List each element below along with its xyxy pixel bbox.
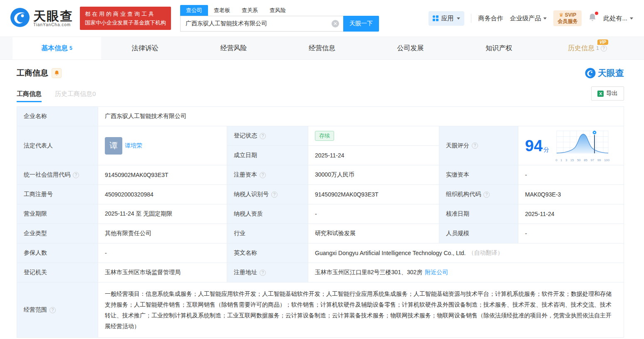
- apps-grid-icon: [433, 15, 438, 21]
- credit-code-value: 91450902MAK0Q93E3T: [98, 165, 227, 184]
- user-name: 此处有...: [603, 15, 627, 22]
- search-tab-relation[interactable]: 查关系: [236, 5, 264, 16]
- tab-intellectual-property[interactable]: 知识产权: [455, 37, 543, 59]
- table-row: 统一社会信用代码 ? 91450902MAK0Q93E3T 注册资本 ? 300…: [17, 165, 624, 185]
- enterprise-products-label: 企业级产品: [510, 15, 541, 22]
- notification-bell[interactable]: [588, 13, 597, 24]
- industry-value: 研究和试验发展: [308, 224, 439, 243]
- svip-line1: ♛ SVIP: [559, 12, 576, 18]
- help-icon[interactable]: ?: [50, 307, 56, 313]
- staff-size-value: -: [518, 224, 624, 243]
- subscribe-bell-button[interactable]: [52, 68, 62, 78]
- tab-history-info[interactable]: VIP 历史信息 1 ?: [543, 37, 632, 59]
- help-icon[interactable]: ?: [483, 192, 490, 198]
- score-value: 94 分: [518, 126, 624, 165]
- table-row: 工商注册号 450902000320984 纳税人识别号 ? 91450902M…: [17, 185, 624, 204]
- taxpayer-qual-label: 纳税人资质: [227, 204, 308, 224]
- english-name-label: 英文名称: [227, 243, 308, 263]
- address-value: 玉林市玉州区江口里82号三楼301、302房 附近公司: [308, 263, 624, 282]
- reg-number-label: 工商注册号: [17, 185, 98, 204]
- search-input[interactable]: [180, 16, 343, 32]
- bell-icon: [54, 70, 59, 76]
- company-name-value: 广西东驭人工智能技术有限公司: [98, 107, 624, 126]
- table-row: 企业名称 广西东驭人工智能技术有限公司: [17, 107, 624, 126]
- score-distribution-chart: 0131550859799100: [555, 129, 610, 162]
- business-term-value: 2025-11-24 至 无固定期限: [98, 204, 227, 224]
- help-icon[interactable]: ?: [260, 133, 266, 139]
- tab-label: 知识产权: [485, 44, 512, 53]
- company-nav-tabs: 基本信息 5 法律诉讼 经营风险 经营信息 公司发展 知识产权 VIP 历史信息…: [0, 37, 644, 60]
- search-tabs: 查公司 查老板 查关系 查风险: [180, 5, 379, 16]
- tianyancha-logo[interactable]: 天眼查 TianYanCha.com: [10, 7, 73, 29]
- search-tab-risk[interactable]: 查风险: [264, 5, 292, 16]
- table-row: 法定代表人 谭 谭培荣 登记状态 ? 存续: [17, 126, 624, 165]
- tab-basic-info[interactable]: 基本信息 5: [12, 37, 101, 59]
- reg-capital-label: 注册资本 ?: [227, 165, 308, 184]
- watermark-text: 天眼查: [598, 67, 624, 79]
- org-code-label: 组织机构代码 ?: [439, 185, 518, 204]
- table-row: 营业期限 2025-11-24 至 无固定期限 纳税人资质 - 核准日期 202…: [17, 204, 624, 224]
- score-axis-ticks: 0131550859799100: [555, 158, 610, 162]
- subtab-history-business-info[interactable]: 历史工商信息0: [55, 90, 96, 102]
- help-icon[interactable]: ?: [260, 172, 266, 178]
- reg-status-label: 登记状态 ?: [227, 126, 308, 145]
- paid-capital-value: -: [518, 165, 624, 184]
- tab-business-info[interactable]: 经营信息: [278, 37, 367, 59]
- clear-search-icon[interactable]: ✕: [332, 20, 339, 27]
- svip-member-badge[interactable]: ♛ SVIP 会员服务: [553, 10, 582, 26]
- section-title: 工商信息: [17, 68, 48, 79]
- header-right: 应用 商务合作 企业级产品 ♛ SVIP 会员服务 此处有...: [429, 10, 633, 26]
- address-label: 注册地址 ?: [227, 263, 308, 282]
- help-icon[interactable]: ?: [260, 270, 266, 276]
- export-label: 导出: [606, 90, 618, 97]
- legal-rep-link[interactable]: 谭培荣: [125, 142, 142, 150]
- staff-size-label: 人员规模: [439, 224, 518, 243]
- insured-value: -: [98, 243, 227, 263]
- apps-menu[interactable]: 应用: [429, 11, 464, 26]
- search-button[interactable]: 天眼一下: [343, 16, 379, 32]
- watermark-logo: 天眼查: [585, 67, 624, 79]
- search-tab-boss[interactable]: 查老板: [208, 5, 236, 16]
- user-account-menu[interactable]: 此处有...: [603, 15, 633, 22]
- score-label: 天眼评分 ?: [439, 126, 518, 165]
- promo-line1: 都在用的商业查询工具: [85, 10, 166, 18]
- search-block: 查公司 查老板 查关系 查风险 ✕ 天眼一下: [180, 5, 379, 32]
- paid-capital-label: 实缴资本: [439, 165, 518, 184]
- score-number: 94: [525, 138, 542, 154]
- vip-badge: VIP: [597, 39, 608, 45]
- help-icon[interactable]: ?: [73, 172, 79, 178]
- nearby-companies-link[interactable]: 附近公司: [425, 269, 448, 276]
- promo-banner: 都在用的商业查询工具 国家中小企业发展子基金旗下机构: [80, 7, 171, 30]
- tab-label: 经营信息: [309, 44, 335, 53]
- tab-operating-risk[interactable]: 经营风险: [189, 37, 278, 59]
- table-row: 企业类型 其他有限责任公司 行业 研究和试验发展 人员规模 -: [17, 224, 624, 243]
- taxpayer-id-value: 91450902MAK0Q93E3T: [308, 185, 439, 204]
- help-icon[interactable]: ?: [601, 45, 607, 52]
- svip-line2: 会员服务: [557, 18, 577, 24]
- industry-label: 行业: [227, 224, 308, 243]
- legal-rep-value: 谭 谭培荣: [98, 126, 227, 165]
- auto-translate-note: （自动翻译）: [468, 249, 503, 257]
- reg-status-value: 存续: [308, 126, 439, 145]
- chevron-down-icon: [543, 17, 547, 20]
- company-type-label: 企业类型: [17, 224, 98, 243]
- subtab-label: 历史工商信息: [55, 90, 92, 97]
- export-button[interactable]: 导出: [591, 86, 624, 101]
- business-term-label: 营业期限: [17, 204, 98, 224]
- excel-icon: [597, 91, 604, 97]
- enterprise-products-link[interactable]: 企业级产品: [510, 15, 547, 22]
- scope-label: 经营范围 ?: [17, 282, 98, 337]
- tab-legal-proceedings[interactable]: 法律诉讼: [101, 37, 190, 59]
- notification-red-dot: [595, 12, 598, 15]
- help-icon[interactable]: ?: [271, 192, 277, 198]
- chevron-down-icon: [630, 17, 633, 20]
- promo-line2: 国家中小企业发展子基金旗下机构: [85, 18, 166, 27]
- subtab-business-info[interactable]: 工商信息: [17, 90, 42, 102]
- tab-company-development[interactable]: 公司发展: [366, 37, 455, 59]
- tab-label: 公司发展: [397, 44, 424, 53]
- approval-date-value: 2025-11-24: [518, 204, 624, 224]
- help-icon[interactable]: ?: [472, 142, 478, 149]
- main-content: 工商信息 天眼查 工商信息 历史工商信息0: [0, 67, 644, 338]
- business-cooperation-link[interactable]: 商务合作: [478, 15, 503, 22]
- search-tab-company[interactable]: 查公司: [180, 5, 208, 16]
